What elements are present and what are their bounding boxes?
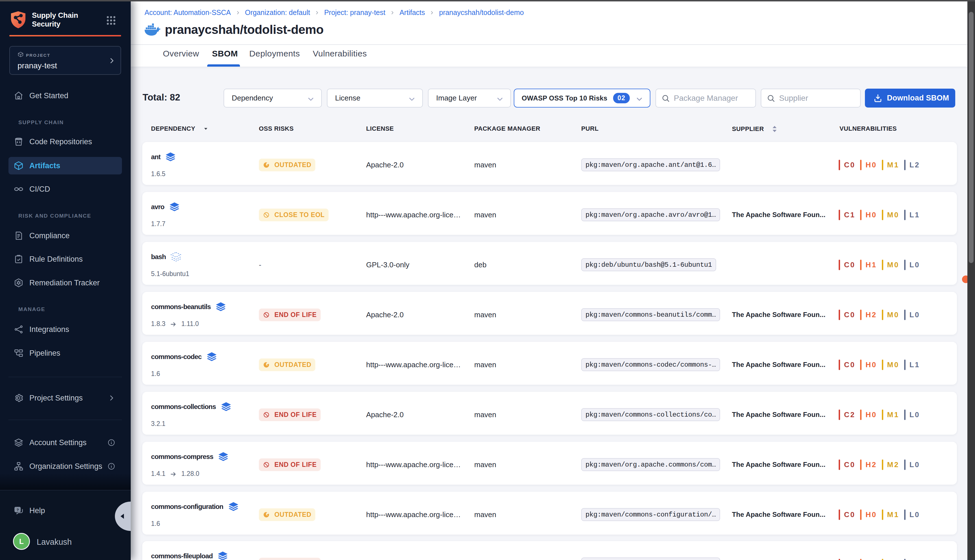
svg-text:?: ? — [17, 508, 19, 512]
